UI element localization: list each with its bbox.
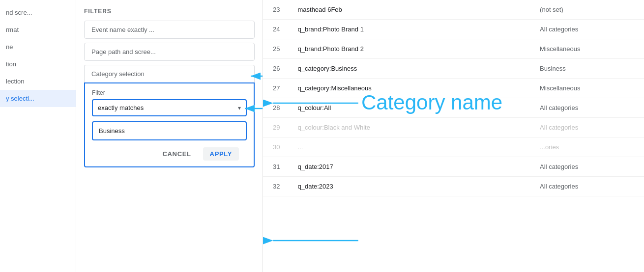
table-row: 27q_category:MiscellaneousMiscellaneous <box>263 79 644 98</box>
table-row: 32q_date:2023All categories <box>263 177 644 196</box>
sidebar: nd scre... rmat ne tion lection y select… <box>0 0 76 272</box>
data-table: 23masthead 6Feb(not set)24q_brand:Photo … <box>263 0 644 196</box>
row-name: ... <box>288 137 530 157</box>
row-name: q_brand:Photo Brand 2 <box>288 39 530 59</box>
business-input-row: Business <box>92 121 247 140</box>
row-number: 23 <box>263 0 288 20</box>
row-name: q_date:2017 <box>288 157 530 177</box>
filter-chip-event[interactable]: Event name exactly ... <box>84 21 255 39</box>
table-row: 25q_brand:Photo Brand 2Miscellaneous <box>263 39 644 59</box>
table-row: 24q_brand:Photo Brand 1All categories <box>263 20 644 39</box>
row-category: Miscellaneous <box>530 79 644 98</box>
row-number: 24 <box>263 20 288 39</box>
row-number: 27 <box>263 79 288 98</box>
sidebar-item-5[interactable]: y selecti... <box>0 90 76 107</box>
row-category: All categories <box>530 20 644 39</box>
filter-label: Filter <box>92 89 247 96</box>
filter-panel: FILTERS Event name exactly ... Page path… <box>76 0 263 272</box>
table-row: 31q_date:2017All categories <box>263 157 644 177</box>
row-category: All categories <box>530 118 644 137</box>
cancel-button[interactable]: CANCEL <box>159 147 195 161</box>
filter-select-exactly-matches[interactable]: exactly matches ▾ <box>92 99 247 116</box>
category-selection-label: Category selection <box>91 70 145 78</box>
row-number: 30 <box>263 137 288 157</box>
select-value: exactly matches <box>98 104 144 111</box>
row-number: 28 <box>263 98 288 118</box>
table-row: 26q_category:BusinessBusiness <box>263 59 644 79</box>
row-category: ...ories <box>530 137 644 157</box>
row-name: q_category:Business <box>288 59 530 79</box>
row-category: (not set) <box>530 0 644 20</box>
category-selection-row: Category selection <box>84 65 255 82</box>
table-row: 28q_colour:AllAll categories <box>263 98 644 118</box>
row-name: q_colour:Black and White <box>288 118 530 137</box>
row-name: masthead 6Feb <box>288 0 530 20</box>
exactly-matches-row: exactly matches ▾ <box>92 99 247 116</box>
row-name: q_category:Miscellaneous <box>288 79 530 98</box>
row-number: 32 <box>263 177 288 196</box>
filters-title: FILTERS <box>84 8 255 15</box>
row-name: q_colour:All <box>288 98 530 118</box>
filter-chip-page[interactable]: Page path and scree... <box>84 43 255 61</box>
table-row: 23masthead 6Feb(not set) <box>263 0 644 20</box>
row-category: Business <box>530 59 644 79</box>
dropdown-arrow-icon: ▾ <box>238 105 241 111</box>
row-number: 29 <box>263 118 288 137</box>
filter-expanded-body: Filter exactly matches ▾ <box>84 82 255 167</box>
row-category: All categories <box>530 157 644 177</box>
table-row: 29q_colour:Black and WhiteAll categories <box>263 118 644 137</box>
sidebar-item-3[interactable]: tion <box>0 55 76 73</box>
input-value: Business <box>99 127 125 135</box>
table-row: 30......ories <box>263 137 644 157</box>
row-category: Miscellaneous <box>530 39 644 59</box>
table-wrapper: Category name 23masthead 6Feb(not set)24… <box>263 0 644 272</box>
apply-button[interactable]: APPLY <box>203 147 239 161</box>
row-name: q_brand:Photo Brand 1 <box>288 20 530 39</box>
filter-input-business[interactable]: Business <box>92 121 247 140</box>
row-number: 25 <box>263 39 288 59</box>
row-number: 31 <box>263 157 288 177</box>
sidebar-item-0[interactable]: nd scre... <box>0 4 76 21</box>
row-category: All categories <box>530 98 644 118</box>
sidebar-item-4[interactable]: lection <box>0 73 76 90</box>
row-category: All categories <box>530 177 644 196</box>
row-name: q_date:2023 <box>288 177 530 196</box>
sidebar-item-1[interactable]: rmat <box>0 21 76 38</box>
filter-actions: CANCEL APPLY <box>92 147 247 161</box>
sidebar-item-2[interactable]: ne <box>0 38 76 55</box>
row-number: 26 <box>263 59 288 79</box>
